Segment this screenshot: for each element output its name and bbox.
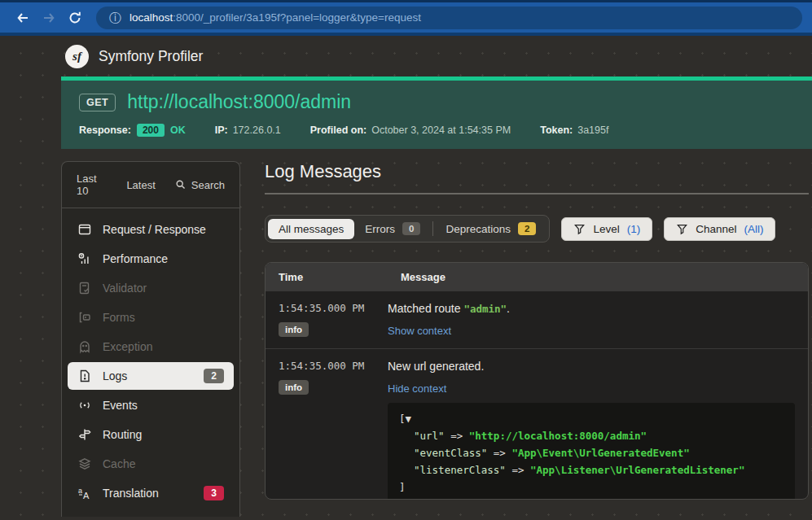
level-filter-label: Level (593, 223, 619, 235)
sidebar-item-label: Cache (103, 457, 135, 470)
sidebar-item-label: Forms (103, 311, 135, 324)
http-method-badge: GET (79, 94, 116, 111)
sidebar-tab-latest[interactable]: Latest (126, 179, 155, 191)
dump-arrow: => (511, 464, 524, 476)
sidebar-item-label: Validator (103, 282, 147, 295)
table-header: Time Message (266, 263, 808, 291)
reload-icon[interactable] (62, 11, 88, 25)
channel-filter-label: Channel (696, 223, 736, 235)
table-row: 1:54:35.000 PM info New url generated. H… (266, 349, 808, 500)
sidebar-tab-search-label: Search (191, 179, 225, 191)
sidebar-item-label: Exception (103, 340, 152, 353)
url-host: localhost (129, 11, 173, 24)
forward-icon[interactable] (36, 10, 62, 26)
log-messages-table: Time Message 1:54:35.000 PM info Matched… (265, 262, 809, 500)
request-summary-banner: GET http://localhost:8000/admin Response… (61, 76, 812, 149)
sidebar-item-performance[interactable]: Performance (68, 245, 234, 273)
sidebar-item-label: Request / Response (103, 223, 206, 236)
log-message: New url generated. (388, 360, 795, 373)
sidebar-tab-search[interactable]: Search (175, 179, 225, 191)
sidebar-item-events[interactable]: Events (68, 391, 234, 419)
dump-value: "App\Listener\UrlGeneratedListener" (530, 464, 744, 476)
logs-icon (77, 369, 92, 383)
token-label: Token: (540, 125, 573, 136)
errors-count-badge: 0 (402, 222, 420, 235)
filter-errors-label: Errors (365, 223, 395, 235)
sidebar-item-cache[interactable]: Cache (68, 450, 234, 478)
cache-icon (77, 457, 92, 471)
sidebar-item-validator[interactable]: Validator (68, 274, 234, 302)
sidebar-item-label: Translation (103, 487, 159, 500)
log-time: 1:54:35.000 PM (279, 302, 388, 314)
dump-entry: "eventClass" => "App\Event\UrlGeneratedE… (399, 444, 783, 461)
log-time: 1:54:35.000 PM (279, 360, 388, 372)
column-time: Time (266, 271, 388, 283)
dump-key: "url" (414, 430, 445, 442)
dump-close: ] (399, 478, 783, 496)
log-panel: Log Messages All messages Errors 0 Depre… (265, 161, 812, 517)
profiler-sidebar: Last 10 Latest Search Request / Response… (61, 161, 240, 517)
sidebar-item-logs[interactable]: Logs 2 (68, 362, 234, 390)
symfony-logo: sf (65, 45, 89, 68)
sidebar-item-forms[interactable]: Forms (68, 304, 234, 331)
response-status: Response: 200 OK (79, 124, 186, 137)
response-label: Response: (79, 125, 131, 136)
channel-filter-button[interactable]: Channel (All) (664, 217, 775, 241)
ip-label: IP: (215, 125, 228, 136)
channel-filter-value: (All) (744, 223, 763, 235)
hide-context-link[interactable]: Hide context (388, 382, 446, 395)
token-value: 3a195f (577, 125, 608, 136)
sidebar-item-translation[interactable]: aA Translation 3 (68, 479, 234, 507)
message-code: "admin" (463, 303, 507, 315)
show-context-link[interactable]: Show context (388, 325, 451, 337)
events-icon (77, 398, 92, 413)
ip-value: 172.26.0.1 (233, 125, 281, 136)
dump-value: "App\Event\UrlGeneratedEvent" (511, 447, 689, 459)
column-message: Message (388, 271, 808, 283)
sidebar-tab-last10[interactable]: Last 10 (77, 173, 107, 197)
translation-count-badge: 3 (204, 486, 224, 500)
status-code-badge: 200 (137, 124, 165, 137)
back-icon[interactable] (10, 10, 36, 26)
forms-icon (77, 310, 92, 325)
filter-errors[interactable]: Errors 0 (354, 218, 431, 239)
sidebar-item-request-response[interactable]: Request / Response (68, 216, 234, 243)
profiled-on-info: Profiled on: October 3, 2024 at 1:54:35 … (310, 125, 511, 136)
funnel-icon (573, 223, 586, 235)
log-level-badge: info (279, 322, 309, 337)
context-dump: [▼ "url" => "http://localhost:8000/admin… (388, 403, 795, 500)
profiler-header: sf Symfony Profiler (0, 36, 812, 76)
dump-arrow: => (494, 447, 506, 459)
profiled-label: Profiled on: (310, 125, 366, 136)
status-text: OK (170, 125, 186, 136)
sidebar-item-exception[interactable]: Exception (68, 333, 234, 361)
dump-arrow: => (450, 430, 463, 442)
site-info-icon[interactable]: ⓘ (109, 11, 121, 24)
deprecations-count-badge: 2 (518, 222, 536, 235)
performance-icon (77, 251, 92, 266)
validator-icon (77, 281, 92, 295)
profiler-title: Symfony Profiler (99, 48, 203, 65)
sidebar-item-label: Events (103, 399, 138, 412)
translation-icon: aA (77, 486, 92, 500)
message-text: Matched route (388, 302, 463, 315)
level-filter-button[interactable]: Level (1) (561, 217, 652, 241)
profiled-value: October 3, 2024 at 1:54:35 PM (371, 125, 511, 136)
exception-icon (77, 339, 92, 354)
dump-key: "eventClass" (414, 447, 487, 459)
routing-icon (77, 427, 92, 442)
address-bar[interactable]: ⓘ localhost:8000/_profiler/3a195f?panel=… (96, 7, 802, 29)
filter-all-messages[interactable]: All messages (268, 219, 354, 239)
sidebar-item-label: Routing (103, 428, 142, 441)
dump-open[interactable]: [▼ (399, 410, 783, 427)
filter-deprecations[interactable]: Deprecations 2 (435, 218, 546, 239)
ip-info: IP: 172.26.0.1 (215, 125, 281, 136)
sidebar-item-label: Logs (103, 369, 127, 382)
table-row: 1:54:35.000 PM info Matched route "admin… (266, 291, 808, 349)
level-filter-value: (1) (627, 223, 641, 235)
page-title: Log Messages (265, 161, 809, 194)
dump-entry: "url" => "http://localhost:8000/admin" (399, 427, 783, 444)
log-level-badge: info (279, 380, 309, 395)
filter-deprecations-label: Deprecations (446, 223, 511, 235)
sidebar-item-routing[interactable]: Routing (68, 421, 234, 448)
